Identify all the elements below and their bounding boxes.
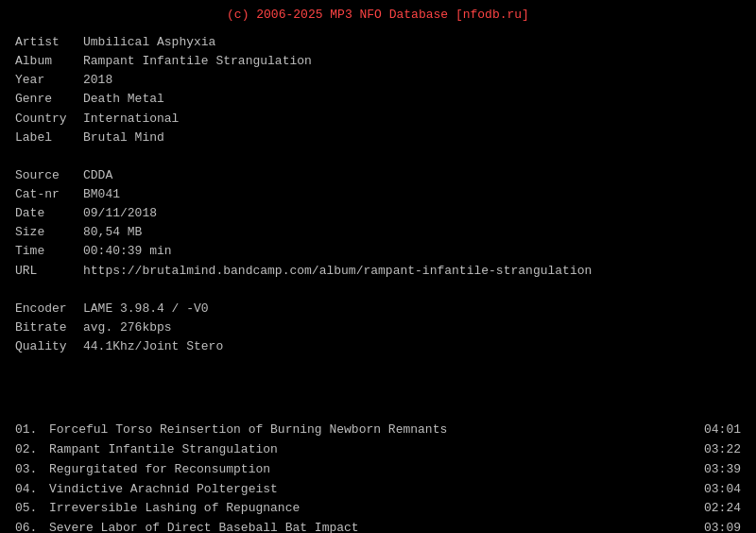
size-value: 80,54 MB <box>83 223 142 242</box>
encoder-section: Encoder LAME 3.98.4 / -V0 Bitrate avg. 2… <box>15 300 741 356</box>
source-section: Source CDDA Cat-nr BM041 Date 09/11/2018… <box>15 166 741 281</box>
bitrate-row: Bitrate avg. 276kbps <box>15 318 741 337</box>
quality-value: 44.1Khz/Joint Stero <box>83 337 223 356</box>
track-title: Forceful Torso Reinsertion of Burning Ne… <box>49 421 447 440</box>
encoder-row: Encoder LAME 3.98.4 / -V0 <box>15 300 741 318</box>
artist-row: Artist Umbilical Asphyxia <box>15 33 741 52</box>
date-value: 09/11/2018 <box>83 204 157 223</box>
encoder-value: LAME 3.98.4 / -V0 <box>83 300 209 318</box>
date-row: Date 09/11/2018 <box>15 204 741 223</box>
tracklist-section: 01.Forceful Torso Reinsertion of Burning… <box>15 421 741 533</box>
genre-row: Genre Death Metal <box>15 90 741 109</box>
catnr-value: BM041 <box>83 185 120 204</box>
track-duration: 03:22 <box>704 440 741 460</box>
catnr-label: Cat-nr <box>15 185 83 204</box>
year-label: Year <box>15 71 83 90</box>
album-row: Album Rampant Infantile Strangulation <box>15 52 741 71</box>
source-label: Source <box>15 166 83 185</box>
track-row: 05.Irreversible Lashing of Repugnance02:… <box>15 499 741 519</box>
label-label: Label <box>15 129 83 147</box>
time-label: Time <box>15 242 83 261</box>
label-value: Brutal Mind <box>83 129 164 147</box>
bitrate-label: Bitrate <box>15 318 83 337</box>
album-label: Album <box>15 52 83 71</box>
divider1 <box>15 157 741 166</box>
track-title: Severe Labor of Direct Baseball Bat Impa… <box>49 519 359 533</box>
time-row: Time 00:40:39 min <box>15 242 741 261</box>
spacer <box>15 366 741 413</box>
artist-label: Artist <box>15 33 83 52</box>
track-title: Irreversible Lashing of Repugnance <box>49 499 300 519</box>
track-duration: 03:04 <box>704 480 741 500</box>
track-left: 05.Irreversible Lashing of Repugnance <box>15 499 300 519</box>
track-duration: 03:39 <box>704 460 741 480</box>
track-left: 01.Forceful Torso Reinsertion of Burning… <box>15 421 447 440</box>
time-value: 00:40:39 min <box>83 242 172 261</box>
track-title: Rampant Infantile Strangulation <box>49 440 278 460</box>
track-num: 04. <box>15 480 49 500</box>
track-row: 01.Forceful Torso Reinsertion of Burning… <box>15 421 741 440</box>
source-row: Source CDDA <box>15 166 741 185</box>
url-row: URL https://brutalmind.bandcamp.com/albu… <box>15 262 741 281</box>
track-title: Regurgitated for Reconsumption <box>49 460 270 480</box>
track-num: 02. <box>15 440 49 460</box>
genre-label: Genre <box>15 90 83 109</box>
quality-label: Quality <box>15 337 83 356</box>
source-value: CDDA <box>83 166 112 185</box>
track-duration: 03:09 <box>704 519 741 533</box>
catnr-row: Cat-nr BM041 <box>15 185 741 204</box>
country-row: Country International <box>15 110 741 129</box>
url-label: URL <box>15 262 83 281</box>
date-label: Date <box>15 204 83 223</box>
country-label: Country <box>15 110 83 129</box>
info-section: Artist Umbilical Asphyxia Album Rampant … <box>15 33 741 147</box>
track-duration: 02:24 <box>704 499 741 519</box>
track-left: 06.Severe Labor of Direct Baseball Bat I… <box>15 519 359 533</box>
header-text: (c) 2006-2025 MP3 NFO Database [nfodb.ru… <box>227 8 529 22</box>
track-row: 04.Vindictive Arachnid Poltergeist03:04 <box>15 480 741 500</box>
track-duration: 04:01 <box>704 421 741 440</box>
country-value: International <box>83 110 179 129</box>
album-value: Rampant Infantile Strangulation <box>83 52 312 71</box>
header: (c) 2006-2025 MP3 NFO Database [nfodb.ru… <box>15 8 741 22</box>
year-row: Year 2018 <box>15 71 741 90</box>
track-num: 06. <box>15 519 49 533</box>
track-left: 02.Rampant Infantile Strangulation <box>15 440 278 460</box>
bitrate-value: avg. 276kbps <box>83 318 172 337</box>
track-row: 02.Rampant Infantile Strangulation03:22 <box>15 440 741 460</box>
track-left: 04.Vindictive Arachnid Poltergeist <box>15 480 278 500</box>
track-num: 03. <box>15 460 49 480</box>
encoder-label: Encoder <box>15 300 83 318</box>
size-label: Size <box>15 223 83 242</box>
track-num: 01. <box>15 421 49 440</box>
label-row: Label Brutal Mind <box>15 129 741 147</box>
artist-value: Umbilical Asphyxia <box>83 33 215 52</box>
genre-value: Death Metal <box>83 90 164 109</box>
track-left: 03.Regurgitated for Reconsumption <box>15 460 270 480</box>
year-value: 2018 <box>83 71 112 90</box>
track-row: 03.Regurgitated for Reconsumption03:39 <box>15 460 741 480</box>
size-row: Size 80,54 MB <box>15 223 741 242</box>
track-title: Vindictive Arachnid Poltergeist <box>49 480 278 500</box>
page-wrapper: (c) 2006-2025 MP3 NFO Database [nfodb.ru… <box>0 0 756 533</box>
track-num: 05. <box>15 499 49 519</box>
track-row: 06.Severe Labor of Direct Baseball Bat I… <box>15 519 741 533</box>
url-value: https://brutalmind.bandcamp.com/album/ra… <box>83 262 592 281</box>
quality-row: Quality 44.1Khz/Joint Stero <box>15 337 741 356</box>
divider2 <box>15 290 741 300</box>
